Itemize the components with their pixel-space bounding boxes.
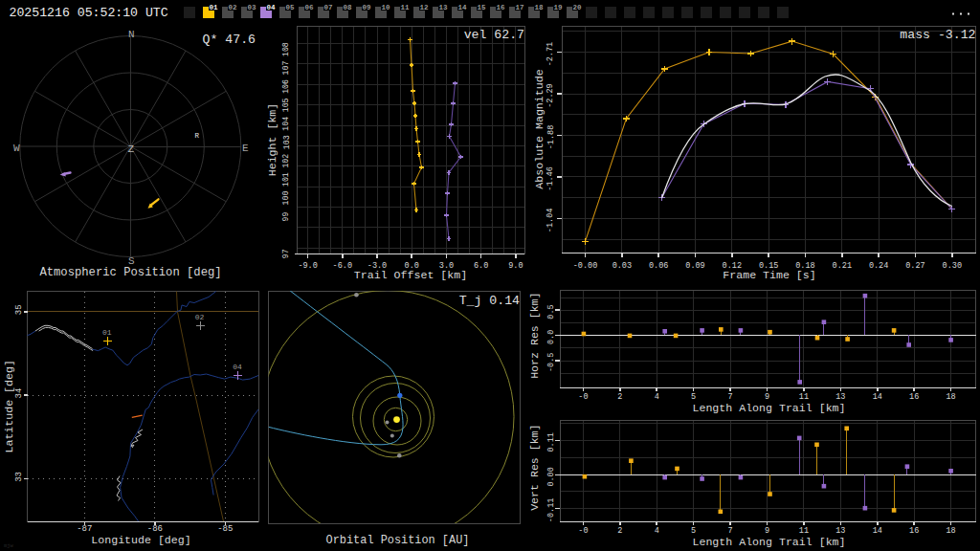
svg-text:16: 16	[909, 392, 919, 402]
svg-text:35: 35	[14, 304, 24, 315]
svg-text:18: 18	[535, 4, 545, 11]
svg-text:Height [km]: Height [km]	[266, 103, 278, 177]
svg-text:13: 13	[835, 392, 845, 402]
svg-text:Frame Time [s]: Frame Time [s]	[723, 269, 815, 281]
svg-text:01: 01	[210, 4, 219, 11]
svg-text:102: 102	[282, 154, 291, 168]
svg-text:0.30: 0.30	[943, 261, 962, 271]
svg-text:6.0: 6.0	[474, 261, 488, 271]
svg-text:04: 04	[267, 4, 277, 11]
svg-text:11: 11	[799, 392, 809, 402]
svg-text:-0: -0	[578, 392, 588, 402]
svg-text:12: 12	[420, 4, 430, 11]
svg-text:-6.0: -6.0	[333, 261, 352, 271]
svg-text:0.09: 0.09	[685, 261, 704, 271]
svg-text:107: 107	[282, 61, 291, 76]
svg-text:-87: -87	[77, 524, 92, 534]
svg-text:17: 17	[516, 4, 524, 11]
svg-text:0.5: 0.5	[546, 304, 556, 319]
svg-text:Horz Res [km]: Horz Res [km]	[528, 292, 541, 378]
svg-text:0.00: 0.00	[546, 467, 556, 486]
svg-text:18: 18	[946, 392, 955, 402]
svg-text:03: 03	[248, 4, 257, 11]
svg-text:Latitude [deg]: Latitude [deg]	[3, 360, 15, 452]
svg-text:2: 2	[617, 392, 622, 402]
svg-text:10: 10	[382, 4, 391, 11]
svg-text:9.0: 9.0	[508, 261, 523, 271]
svg-text:7: 7	[728, 526, 733, 536]
svg-text:4: 4	[655, 526, 659, 536]
svg-text:-1.46: -1.46	[546, 166, 556, 191]
svg-text:14: 14	[873, 392, 882, 402]
svg-text:33: 33	[14, 472, 24, 482]
svg-text:0.27: 0.27	[905, 261, 924, 271]
svg-text:34: 34	[14, 388, 24, 399]
svg-text:16: 16	[497, 4, 506, 11]
svg-text:0.03: 0.03	[612, 261, 632, 271]
svg-text:5: 5	[691, 526, 696, 536]
svg-text:04: 04	[233, 363, 242, 371]
svg-text:-0.11: -0.11	[546, 498, 556, 523]
svg-text:W: W	[13, 143, 20, 154]
svg-text:Absolute Magnitude: Absolute Magnitude	[533, 69, 546, 188]
svg-text:16: 16	[909, 526, 919, 536]
svg-text:4: 4	[655, 392, 659, 402]
svg-text:2: 2	[617, 526, 622, 536]
svg-text:07: 07	[324, 4, 333, 11]
svg-text:05: 05	[286, 4, 296, 11]
svg-text:T_j 0.14: T_j 0.14	[459, 294, 520, 308]
svg-text:-0: -0	[578, 526, 588, 536]
svg-text:0.24: 0.24	[869, 261, 888, 271]
svg-text:13: 13	[439, 4, 449, 11]
svg-text:-86: -86	[147, 524, 163, 534]
svg-text:-0.00: -0.00	[573, 261, 598, 271]
svg-text:105: 105	[282, 98, 291, 112]
svg-text:mjw: mjw	[4, 542, 14, 549]
svg-text:02: 02	[195, 313, 205, 321]
svg-text:09: 09	[363, 4, 372, 11]
svg-text:11: 11	[799, 526, 809, 536]
svg-text:9: 9	[765, 392, 769, 402]
svg-text:15: 15	[478, 4, 487, 11]
svg-text:100: 100	[282, 191, 291, 206]
svg-text:Vert Res [km]: Vert Res [km]	[528, 424, 541, 510]
svg-text:Orbital Position [AU]: Orbital Position [AU]	[326, 534, 470, 547]
svg-text:02: 02	[229, 4, 238, 11]
svg-text:0.06: 0.06	[649, 261, 668, 271]
svg-text:99: 99	[282, 211, 291, 221]
svg-text:S: S	[128, 255, 135, 267]
svg-text:Length Along Trail [km]: Length Along Trail [km]	[692, 536, 845, 548]
svg-text:mass -3.12: mass -3.12	[900, 28, 975, 42]
svg-text:5: 5	[691, 392, 696, 402]
svg-text:0.0: 0.0	[546, 330, 556, 344]
svg-text:Atmospheric Position [deg]: Atmospheric Position [deg]	[39, 266, 221, 279]
svg-text:0.11: 0.11	[546, 432, 556, 452]
svg-text:0.21: 0.21	[833, 261, 852, 271]
svg-text:-9.0: -9.0	[298, 261, 317, 271]
svg-text:106: 106	[282, 79, 291, 94]
svg-text:N: N	[128, 29, 135, 40]
svg-text:Trail Offset [km]: Trail Offset [km]	[354, 269, 467, 281]
svg-text:14: 14	[458, 4, 468, 11]
svg-text:-1.88: -1.88	[546, 125, 556, 150]
svg-text:103: 103	[282, 135, 291, 149]
svg-text:Longitude [deg]: Longitude [deg]	[91, 534, 190, 546]
svg-text:-1.04: -1.04	[546, 209, 556, 233]
svg-text:R: R	[195, 132, 200, 140]
svg-text:20: 20	[573, 4, 583, 11]
svg-text:13: 13	[835, 526, 845, 536]
svg-text:7: 7	[728, 392, 733, 402]
svg-text:20251216 05:52:10 UTC: 20251216 05:52:10 UTC	[10, 6, 168, 20]
svg-text:18: 18	[946, 526, 955, 536]
svg-text:104: 104	[282, 117, 291, 131]
svg-text:08: 08	[344, 4, 353, 11]
svg-text:-2.71: -2.71	[546, 42, 556, 67]
svg-text:14: 14	[873, 526, 882, 536]
svg-text:19: 19	[554, 4, 564, 11]
svg-text:vel 62.7: vel 62.7	[464, 28, 524, 42]
svg-text:9: 9	[765, 526, 769, 536]
svg-text:101: 101	[282, 172, 291, 187]
svg-text:108: 108	[282, 42, 291, 56]
svg-text:06: 06	[305, 4, 315, 11]
svg-text:11: 11	[401, 4, 411, 11]
